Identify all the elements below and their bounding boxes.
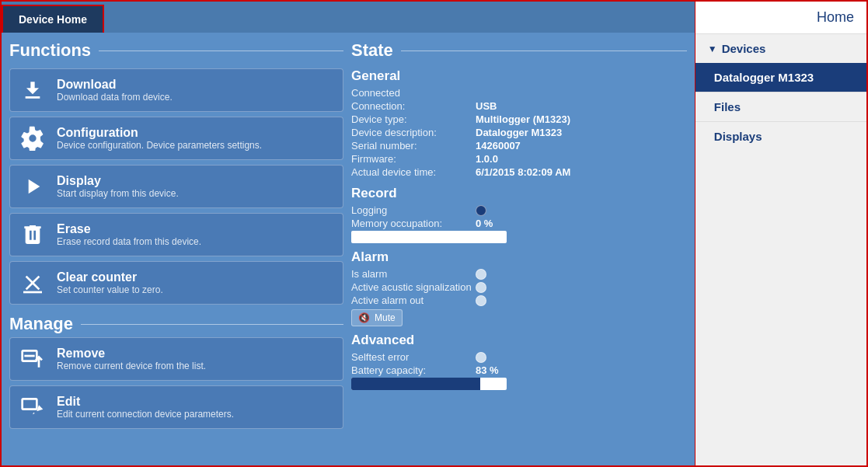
battery-row: Battery capacity: 83 %: [351, 364, 687, 376]
clear-counter-icon: [18, 268, 47, 298]
connected-label: Connected: [351, 87, 476, 99]
is-alarm-row: Is alarm: [351, 268, 687, 280]
main-panel: Device Home Functions Download Download …: [2, 2, 695, 465]
alarm-out-indicator: [476, 295, 486, 306]
battery-progress-bar: [351, 378, 507, 390]
sidebar-item-files[interactable]: Files: [695, 92, 866, 121]
active-device-label: Datalogger M1323: [714, 71, 814, 84]
general-title: General: [351, 68, 687, 84]
edit-label: Edit: [57, 395, 234, 409]
selftest-label: Selftest error: [351, 351, 476, 363]
svg-rect-0: [23, 291, 42, 294]
manage-section: Manage Remove Remove current device from…: [9, 314, 343, 429]
display-desc: Start display from this device.: [57, 188, 179, 199]
mute-button[interactable]: 🔇 Mute: [351, 309, 403, 326]
logging-row: Logging: [351, 204, 687, 216]
advanced-section: Advanced Selftest error Battery capacity…: [351, 333, 687, 390]
acustic-indicator: [476, 282, 486, 293]
configuration-icon: [18, 124, 47, 153]
manage-title: Manage: [9, 314, 343, 334]
svg-rect-2: [24, 355, 34, 357]
remove-label: Remove: [57, 347, 206, 361]
time-row: Actual device time: 6/1/2015 8:02:09 AM: [351, 166, 687, 178]
clear-counter-button[interactable]: Clear counter Set counter value to zero.: [9, 261, 343, 305]
chevron-down-icon: ▼: [708, 44, 717, 54]
tab-bar: Device Home: [2, 2, 695, 33]
display-icon: [18, 172, 47, 201]
remove-icon: [18, 344, 47, 374]
memory-progress-bar: [351, 231, 507, 243]
content-area: Functions Download Download data from de…: [2, 33, 695, 465]
erase-label: Erase: [57, 222, 201, 236]
sidebar-home[interactable]: Home: [695, 2, 866, 34]
logging-label: Logging: [351, 204, 476, 216]
logging-indicator: [476, 205, 486, 216]
edit-button[interactable]: Edit Edit current connection device para…: [9, 385, 343, 429]
battery-value: 83 %: [476, 364, 499, 376]
state-column: State General Connected Connection: USB …: [351, 40, 687, 458]
manage-divider: [81, 324, 343, 325]
device-type-value: Multilogger (M1323): [476, 113, 570, 125]
battery-progress-fill: [351, 378, 480, 390]
alarm-out-row: Active alarm out: [351, 294, 687, 306]
download-button[interactable]: Download Download data from device.: [9, 68, 343, 112]
time-value: 6/1/2015 8:02:09 AM: [476, 166, 570, 178]
device-home-tab[interactable]: Device Home: [2, 5, 104, 33]
firmware-value: 1.0.0: [476, 153, 498, 165]
device-desc-label: Device description:: [351, 127, 476, 138]
download-label: Download: [57, 78, 173, 92]
state-title: State: [351, 40, 687, 61]
alarm-section: Alarm Is alarm Active acustic signalizat…: [351, 249, 687, 326]
erase-desc: Erase record data from this device.: [57, 236, 201, 247]
edit-desc: Edit current connection device parameter…: [57, 409, 234, 420]
configuration-label: Configuration: [57, 126, 262, 140]
sidebar-item-datalogger[interactable]: Datalogger M1323: [695, 63, 866, 92]
erase-button[interactable]: Erase Erase record data from this device…: [9, 213, 343, 256]
general-section: General Connected Connection: USB Device…: [351, 68, 687, 179]
connected-row: Connected: [351, 87, 687, 99]
serial-value: 14260007: [476, 140, 521, 152]
advanced-title: Advanced: [351, 333, 687, 348]
mute-icon: 🔇: [358, 312, 370, 323]
files-label: Files: [714, 100, 741, 113]
record-section: Record Logging Memory occupation: 0 %: [351, 186, 687, 243]
firmware-label: Firmware:: [351, 153, 476, 165]
sidebar-item-devices[interactable]: ▼ Devices: [695, 34, 866, 63]
time-label: Actual device time:: [351, 166, 476, 178]
acustic-row: Active acustic signalization: [351, 281, 687, 293]
state-divider: [401, 51, 687, 51]
svg-rect-3: [23, 399, 37, 409]
acustic-label: Active acustic signalization: [351, 281, 476, 293]
display-button[interactable]: Display Start display from this device.: [9, 165, 343, 208]
memory-label: Memory occupation:: [351, 218, 476, 229]
functions-column: Functions Download Download data from de…: [9, 40, 343, 458]
erase-icon: [18, 220, 47, 249]
edit-icon: [18, 392, 47, 422]
device-type-row: Device type: Multilogger (M1323): [351, 113, 687, 125]
remove-desc: Remove current device from the list.: [57, 361, 206, 371]
record-title: Record: [351, 186, 687, 201]
selftest-row: Selftest error: [351, 351, 687, 363]
is-alarm-indicator: [476, 269, 486, 280]
device-type-label: Device type:: [351, 113, 476, 125]
battery-label: Battery capacity:: [351, 364, 476, 376]
connection-value: USB: [476, 100, 497, 112]
serial-row: Serial number: 14260007: [351, 140, 687, 152]
connection-row: Connection: USB: [351, 100, 687, 112]
firmware-row: Firmware: 1.0.0: [351, 153, 687, 165]
sidebar-item-displays[interactable]: Displays: [695, 121, 866, 151]
connection-label: Connection:: [351, 100, 476, 112]
configuration-button[interactable]: Configuration Device configuration. Devi…: [9, 117, 343, 160]
serial-label: Serial number:: [351, 140, 476, 152]
clear-counter-label: Clear counter: [57, 270, 163, 284]
clear-counter-desc: Set counter value to zero.: [57, 284, 163, 295]
device-desc-row: Device description: Datalogger M1323: [351, 127, 687, 138]
is-alarm-label: Is alarm: [351, 268, 476, 280]
download-desc: Download data from device.: [57, 92, 173, 103]
download-icon: [18, 75, 47, 105]
configuration-desc: Device configuration. Device parameters …: [57, 140, 262, 151]
alarm-out-label: Active alarm out: [351, 294, 476, 306]
functions-title: Functions: [9, 40, 343, 61]
functions-divider: [99, 51, 343, 51]
remove-button[interactable]: Remove Remove current device from the li…: [9, 337, 343, 381]
